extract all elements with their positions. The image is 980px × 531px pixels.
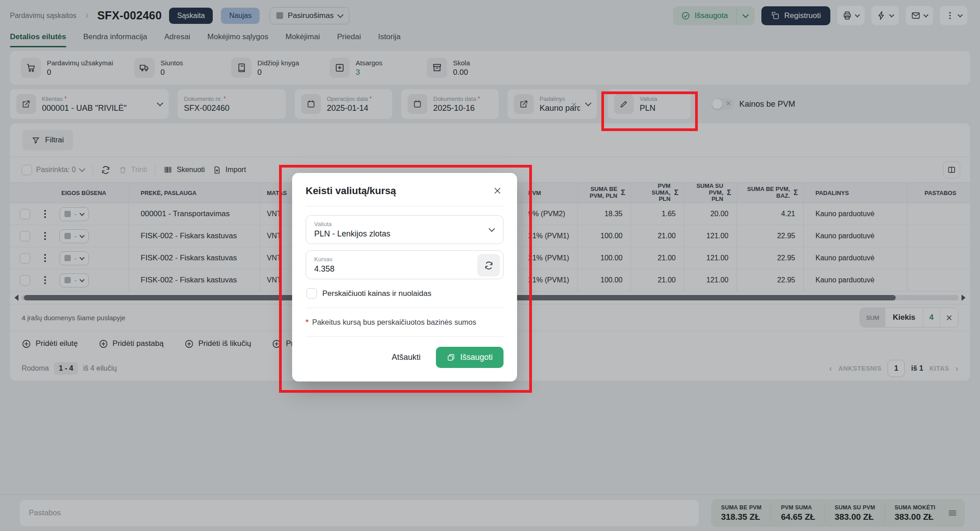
modal-currency-select[interactable]: Valiuta PLN - Lenkijos zlotas (306, 215, 504, 244)
refresh-rate-button[interactable] (477, 254, 500, 277)
modal-rate-field: Kursas (306, 250, 504, 279)
save-button[interactable]: Išsaugoti (436, 347, 504, 368)
close-icon[interactable] (491, 185, 504, 197)
rate-warning: * Pakeitus kursą bus perskaičiuotos bazi… (306, 317, 504, 327)
change-currency-modal: Keisti valiutą/kursą Valiuta PLN - Lenki… (292, 173, 517, 381)
recalculate-checkbox-row[interactable]: Perskaičiuoti kainas ir nuolaidas (307, 288, 503, 299)
warning-asterisk: * (306, 318, 308, 327)
modal-title: Keisti valiutą/kursą (306, 185, 396, 197)
cancel-button[interactable]: Atšaukti (392, 353, 421, 362)
refresh-icon (484, 261, 494, 270)
app-root: Pardavimų sąskaitos SFX-002460 Sąskaita … (0, 0, 980, 531)
save-icon (447, 353, 455, 362)
recalculate-checkbox[interactable] (307, 288, 317, 299)
rate-input[interactable] (314, 264, 449, 274)
